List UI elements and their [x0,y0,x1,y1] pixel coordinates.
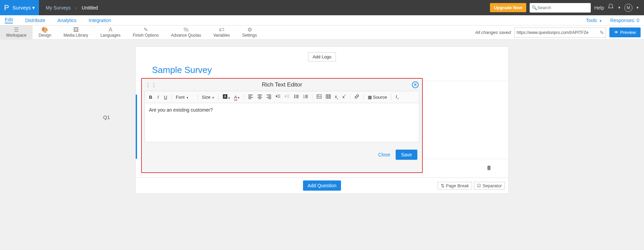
nav2-right: Tools ▼ Responses: 0 [586,18,639,23]
toolbar-label: Languages [100,33,120,38]
tab-edit[interactable]: Edit [5,17,13,23]
separator [244,94,244,100]
toolbar-finish-options[interactable]: ✎ Finish Options [127,25,165,40]
percent-icon: % [184,27,188,33]
url-wrap: ✎ [514,27,606,38]
language-icon: A [109,27,112,33]
page-break-label: Page Break [446,183,469,188]
logo-area[interactable]: P Surveys ▾ [0,0,39,15]
table-button[interactable] [324,93,332,101]
toolbar-label: Advance Quotas [171,33,201,38]
outdent-button[interactable] [274,93,282,101]
bell-icon[interactable] [607,3,614,12]
tag-icon: 🏷 [219,27,224,33]
chevron-down-icon[interactable]: ▼ [636,6,639,9]
link-button[interactable] [353,93,361,101]
toolbar-label: Variables [213,33,230,38]
rte-save-button[interactable]: Save [396,150,417,160]
search-icon: 🔍 [532,5,537,10]
bold-button[interactable]: B [148,94,154,100]
svg-text:3: 3 [303,97,304,99]
separator [363,94,364,100]
tab-analytics[interactable]: Analytics [57,18,76,23]
topbar-right: Upgrade Now 🔍 Help ▼ M ▼ [490,3,644,13]
svg-point-3 [294,95,295,96]
rich-text-editor-panel: ⋮⋮ Rich Text Editor ✕ B I U Font ▾ Size … [141,78,423,173]
toolbar-design[interactable]: 🎨 Design [33,25,57,40]
logo-icon: P [4,3,9,12]
size-dropdown[interactable]: Size ▾ [201,94,215,100]
editor-toolbar: ☰ Workspace 🎨 Design 🖼 Media Library A L… [0,25,644,40]
svg-point-4 [294,96,295,97]
rte-close-button[interactable]: Close [378,152,390,157]
rte-title: Rich Text Editor [262,81,302,88]
gear-icon: ⚙ [247,27,252,33]
search-input[interactable] [537,5,589,10]
pencil-icon[interactable]: ✎ [600,29,604,36]
add-logo-button[interactable]: Add Logo [308,52,336,61]
rte-footer: Close Save [142,142,422,160]
underline-button[interactable]: U [163,94,169,100]
superscript-button[interactable]: x² [341,94,347,100]
footer-right: ⇅ Page Break ☑ Separator [438,182,505,190]
textcolor-button[interactable]: A▾ [233,94,241,100]
trash-icon[interactable] [486,165,492,172]
align-left-button[interactable] [247,93,254,101]
avatar[interactable]: M [624,4,632,12]
svg-text:A: A [224,95,226,98]
align-right-button[interactable] [265,93,273,101]
tab-integration[interactable]: Integration [89,18,111,23]
toolbar-label: Media Library [63,33,88,38]
surveys-dropdown[interactable]: Surveys ▾ [13,5,35,11]
tab-distribute[interactable]: Distribute [25,18,45,23]
numbered-list-button[interactable]: 123 [302,93,309,101]
image-icon: 🖼 [73,27,79,33]
separator [218,94,219,100]
separator [197,94,198,100]
chevron-down-icon: ▾ [32,5,35,11]
toolbar-label: Workspace [6,33,26,38]
toolbar-settings[interactable]: ⚙ Settings [236,25,263,40]
clear-formatting-button[interactable]: I× [394,93,400,101]
toolbar-variables[interactable]: 🏷 Variables [207,25,236,40]
image-button[interactable] [315,93,323,101]
close-icon[interactable]: ✕ [412,81,419,88]
responses-count[interactable]: Responses: 0 [610,18,639,23]
toolbar-advance-quotas[interactable]: % Advance Quotas [165,25,207,40]
subscript-button[interactable]: x₂ [334,93,340,101]
toolbar-languages[interactable]: A Languages [94,25,127,40]
bullet-list-button[interactable] [292,93,300,101]
chevron-down-icon[interactable]: ▼ [618,6,621,9]
add-logo-row: Add Logo [136,47,508,65]
help-link[interactable]: Help [594,5,604,11]
source-button[interactable]: ▦ Source [366,94,389,100]
toolbar-label: Design [39,33,51,38]
indent-button[interactable] [283,93,291,101]
svg-rect-11 [326,95,330,98]
italic-button[interactable]: I [155,94,161,100]
topbar: P Surveys ▾ My Surveys › Untitled Upgrad… [0,0,644,15]
toolbar-label: Finish Options [133,33,159,38]
bgcolor-button[interactable]: A▾ [221,93,231,101]
breadcrumb-my-surveys[interactable]: My Surveys [46,5,71,11]
page-break-chip[interactable]: ⇅ Page Break [438,182,472,190]
chevron-down-icon: ▾ [212,96,214,99]
tools-label: Tools [586,18,597,23]
tools-dropdown[interactable]: Tools ▼ [586,18,602,23]
rte-editor-body[interactable]: Are you an existing customer? [145,103,419,142]
search-box[interactable]: 🔍 [530,3,591,13]
add-question-button[interactable]: Add Question [303,180,341,191]
toolbar-workspace[interactable]: ☰ Workspace [0,25,33,40]
upgrade-button[interactable]: Upgrade Now [490,3,527,12]
preview-button[interactable]: 👁 Preview [609,27,641,37]
footer-row: Add Question ⇅ Page Break ☑ Separator [135,178,509,194]
toolbar-right: All changes saved ✎ 👁 Preview [475,27,644,38]
toolbar-media-library[interactable]: 🖼 Media Library [57,25,94,40]
drag-handle-icon[interactable]: ⋮⋮ [145,81,157,89]
font-dropdown[interactable]: Font ▾ [174,94,195,100]
survey-url-input[interactable] [514,27,606,38]
rte-toolbar: B I U Font ▾ Size ▾ A▾ A▾ 123 x₂ x² [145,91,419,103]
font-label: Font [176,95,185,100]
align-center-button[interactable] [256,93,264,101]
separator-chip[interactable]: ☑ Separator [474,182,505,190]
